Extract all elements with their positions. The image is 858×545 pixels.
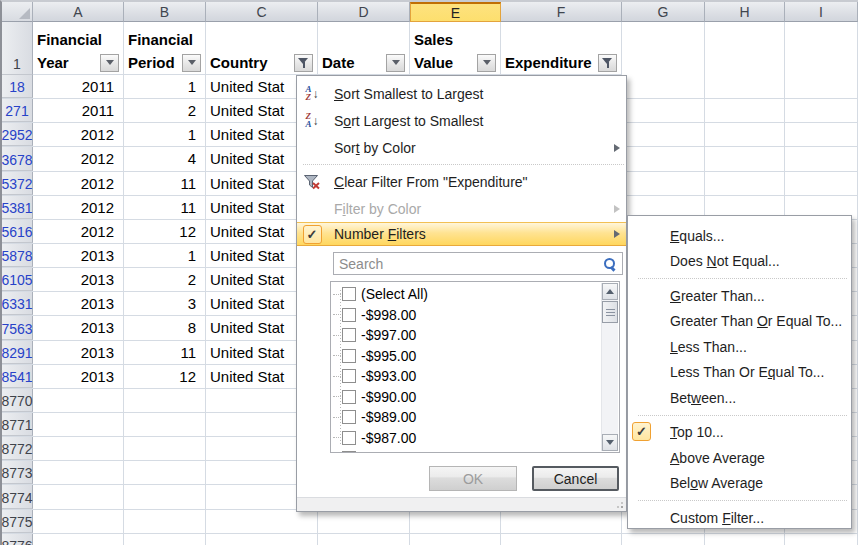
column-header-e[interactable]: E bbox=[410, 2, 501, 22]
filter-value-item[interactable]: -$993.00 bbox=[331, 366, 601, 387]
cell[interactable] bbox=[622, 75, 705, 98]
cell[interactable] bbox=[785, 22, 858, 75]
menu-item[interactable]: Sort by Color bbox=[297, 134, 626, 161]
autofilter-dropdown-button[interactable] bbox=[386, 54, 405, 72]
cell[interactable] bbox=[33, 534, 124, 545]
cell[interactable]: 2011 bbox=[33, 99, 124, 122]
resize-grip-icon[interactable] bbox=[621, 506, 623, 508]
cell[interactable] bbox=[124, 413, 206, 436]
cell[interactable] bbox=[33, 413, 124, 436]
cell[interactable] bbox=[124, 510, 206, 533]
row-header[interactable]: 8291 bbox=[2, 341, 33, 364]
cell[interactable] bbox=[622, 147, 705, 170]
cell[interactable] bbox=[318, 534, 410, 545]
cell[interactable] bbox=[785, 75, 858, 98]
submenu-item[interactable]: Above Average bbox=[628, 445, 851, 471]
cell[interactable]: 2012 bbox=[33, 220, 124, 243]
row-header[interactable]: 2952 bbox=[2, 123, 33, 146]
cell[interactable]: 1 bbox=[124, 244, 206, 267]
cell[interactable] bbox=[124, 534, 206, 545]
filter-value-item[interactable]: -$987.00 bbox=[331, 428, 601, 449]
submenu-item[interactable]: ✓Top 10... bbox=[628, 420, 851, 446]
cell-e1[interactable]: Sales Value bbox=[410, 22, 501, 75]
row-header[interactable]: 6105 bbox=[2, 268, 33, 291]
search-input[interactable] bbox=[334, 253, 602, 274]
cell[interactable] bbox=[410, 534, 501, 545]
cell[interactable] bbox=[785, 99, 858, 122]
column-header-a[interactable]: A bbox=[33, 2, 124, 22]
scroll-up-button[interactable] bbox=[602, 283, 618, 300]
checkbox[interactable] bbox=[342, 390, 356, 404]
cell[interactable] bbox=[33, 389, 124, 412]
checkbox[interactable] bbox=[342, 328, 356, 342]
cell-b1[interactable]: Financial Period bbox=[124, 22, 206, 75]
cell[interactable] bbox=[705, 22, 785, 75]
cell[interactable] bbox=[785, 123, 858, 146]
cell[interactable] bbox=[705, 172, 785, 195]
cell[interactable] bbox=[33, 437, 124, 460]
autofilter-dropdown-button[interactable] bbox=[477, 54, 496, 72]
filter-value-item[interactable]: -$986.00 bbox=[331, 448, 601, 453]
cell[interactable] bbox=[33, 485, 124, 508]
cell[interactable] bbox=[785, 147, 858, 170]
column-header-b[interactable]: B bbox=[124, 2, 206, 22]
row-header[interactable]: 6331 bbox=[2, 292, 33, 315]
row-header[interactable]: 5381 bbox=[2, 196, 33, 219]
cell[interactable] bbox=[622, 123, 705, 146]
cell[interactable]: 3 bbox=[124, 292, 206, 315]
list-scrollbar[interactable] bbox=[601, 283, 618, 451]
cell[interactable]: 2013 bbox=[33, 292, 124, 315]
filter-value-item[interactable]: -$995.00 bbox=[331, 346, 601, 367]
cell[interactable]: 2013 bbox=[33, 365, 124, 388]
submenu-item[interactable]: Does Not Equal... bbox=[628, 249, 851, 275]
submenu-item[interactable]: Between... bbox=[628, 385, 851, 411]
cell[interactable] bbox=[124, 437, 206, 460]
cell[interactable]: 2013 bbox=[33, 268, 124, 291]
autofilter-dropdown-button[interactable] bbox=[100, 54, 119, 72]
filter-value-item[interactable]: (Select All) bbox=[331, 284, 601, 305]
submenu-item[interactable]: Greater Than Or Equal To... bbox=[628, 309, 851, 335]
cell[interactable]: 2 bbox=[124, 99, 206, 122]
cell[interactable]: 11 bbox=[124, 196, 206, 219]
cell[interactable] bbox=[33, 461, 124, 484]
cell[interactable] bbox=[124, 485, 206, 508]
row-header[interactable]: 5878 bbox=[2, 244, 33, 267]
cell[interactable] bbox=[318, 510, 410, 533]
row-header[interactable]: 8774 bbox=[2, 485, 33, 508]
menu-item[interactable]: AZ↓Sort Smallest to Largest bbox=[297, 80, 626, 107]
cell[interactable] bbox=[206, 510, 318, 533]
submenu-item[interactable]: Equals... bbox=[628, 223, 851, 249]
menu-item[interactable]: Clear Filter From "Expenditure" bbox=[297, 168, 626, 195]
row-header[interactable]: 7563 bbox=[2, 316, 33, 339]
cell[interactable]: 1 bbox=[124, 123, 206, 146]
cell[interactable]: 11 bbox=[124, 172, 206, 195]
menu-item[interactable]: ZA↓Sort Largest to Smallest bbox=[297, 107, 626, 134]
filter-value-item[interactable]: -$990.00 bbox=[331, 387, 601, 408]
cell[interactable] bbox=[622, 534, 705, 545]
checkbox[interactable] bbox=[342, 431, 356, 445]
column-header-g[interactable]: G bbox=[622, 2, 705, 22]
submenu-item[interactable]: Less Than... bbox=[628, 334, 851, 360]
cell[interactable] bbox=[33, 510, 124, 533]
menu-item[interactable]: Filter by Color bbox=[297, 195, 626, 222]
row-header[interactable]: 5372 bbox=[2, 172, 33, 195]
checkbox[interactable] bbox=[342, 410, 356, 424]
autofilter-dropdown-button[interactable] bbox=[182, 54, 201, 72]
column-header-h[interactable]: H bbox=[705, 2, 785, 22]
cell[interactable] bbox=[206, 534, 318, 545]
checkbox[interactable] bbox=[342, 369, 356, 383]
row-header[interactable]: 8772 bbox=[2, 437, 33, 460]
column-header-c[interactable]: C bbox=[206, 2, 318, 22]
cell[interactable] bbox=[705, 534, 785, 545]
cell[interactable]: 1 bbox=[124, 75, 206, 98]
cell[interactable]: 8 bbox=[124, 316, 206, 339]
cell[interactable] bbox=[410, 510, 501, 533]
scrollbar-thumb[interactable] bbox=[602, 301, 618, 323]
cell[interactable]: 2012 bbox=[33, 196, 124, 219]
cell[interactable] bbox=[705, 75, 785, 98]
cell[interactable]: 2 bbox=[124, 268, 206, 291]
submenu-item[interactable]: Less Than Or Equal To... bbox=[628, 360, 851, 386]
cell[interactable] bbox=[785, 534, 858, 545]
row-header[interactable]: 271 bbox=[2, 99, 33, 122]
cell[interactable]: 11 bbox=[124, 341, 206, 364]
